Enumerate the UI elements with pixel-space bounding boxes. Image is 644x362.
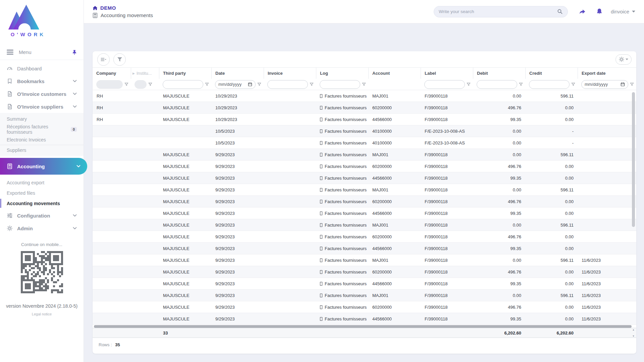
- table-row[interactable]: MAJUSCULE9/29/2023Factures fournisseurs4…: [93, 313, 636, 325]
- horizontal-scrollbar-thumb[interactable]: [94, 325, 632, 328]
- funnel-icon[interactable]: [205, 82, 209, 86]
- columns-button[interactable]: [97, 53, 110, 66]
- table-row[interactable]: MAJUSCULE9/29/2023Factures fournisseurs6…: [93, 196, 636, 207]
- sidebar-item-o-invoice-suppliers[interactable]: O'Invoice suppliers: [0, 100, 84, 113]
- table-row[interactable]: MAJUSCULE9/29/2023Factures fournisseurs4…: [93, 172, 636, 184]
- cell-debit: 0.00: [473, 129, 525, 134]
- table-row[interactable]: 10/5/2023Factures fournisseurs40100000F/…: [93, 137, 636, 149]
- table-row[interactable]: MAJUSCULE9/29/2023Factures fournisseursM…: [93, 290, 636, 301]
- table-row[interactable]: MAJUSCULE9/29/2023Factures fournisseurs4…: [93, 243, 636, 254]
- column-header-third-party[interactable]: Third party: [159, 68, 211, 79]
- table-row[interactable]: MAJUSCULE9/29/2023Factures fournisseurs4…: [93, 278, 636, 290]
- calendar-icon[interactable]: [621, 82, 625, 86]
- sidebar-subitem-accounting-export[interactable]: Accounting export: [0, 177, 84, 188]
- funnel-icon[interactable]: [124, 82, 128, 86]
- search-bar[interactable]: [434, 6, 568, 17]
- table-row[interactable]: RHMAJUSCULE10/29/2023Factures fournisseu…: [93, 90, 636, 102]
- column-header-date[interactable]: Date: [211, 68, 264, 79]
- column-header-export-date[interactable]: Export date: [578, 68, 636, 79]
- column-header-company[interactable]: Company: [93, 68, 131, 79]
- sidebar-item-configuration[interactable]: Configuration: [0, 209, 84, 222]
- legal-notice-link[interactable]: Legal notice: [0, 312, 84, 316]
- table-row[interactable]: 10/5/2023Factures fournisseurs40100000F/…: [93, 125, 636, 137]
- user-menu[interactable]: dinvoice: [611, 9, 635, 14]
- company-filter-input[interactable]: [96, 80, 123, 89]
- table-row[interactable]: MAJUSCULE9/29/2023Factures fournisseurs6…: [93, 161, 636, 172]
- date-filter-input[interactable]: mm/dd/yyyy: [215, 80, 256, 89]
- vertical-scrollbar[interactable]: [632, 90, 635, 325]
- column-header-credit[interactable]: Credit: [525, 68, 578, 79]
- topbar-actions: dinvoice: [434, 6, 635, 17]
- search-icon[interactable]: [557, 9, 563, 14]
- sidebar-subitem-accounting-movements[interactable]: Accounting movements: [0, 198, 84, 208]
- scroll-up-icon[interactable]: ▲: [632, 328, 635, 331]
- funnel-icon[interactable]: [148, 82, 152, 86]
- credit-filter-input[interactable]: [529, 80, 570, 89]
- table-row[interactable]: RHMAJUSCULE10/29/2023Factures fournisseu…: [93, 102, 636, 114]
- missing-glyph-icon: [320, 106, 322, 110]
- cell-account: MAJ001: [368, 152, 421, 157]
- scroll-down-icon[interactable]: ▼: [632, 335, 635, 337]
- sidebar-item-bookmarks[interactable]: Bookmarks: [0, 75, 84, 87]
- sidebar-subitem-r-ceptions-factures-fournisseurs[interactable]: Réceptions factures fournisseurs0: [0, 124, 84, 134]
- sidebar-item-o-invoice-customers[interactable]: O'Invoice customers: [0, 87, 84, 100]
- debit-filter-input[interactable]: [477, 80, 517, 89]
- institution-filter-input[interactable]: [135, 80, 147, 89]
- table-row[interactable]: RHMAJUSCULE10/29/2023Factures fournisseu…: [93, 114, 636, 125]
- cell-label: F/39000118: [421, 94, 473, 99]
- sidebar-item-dashboard[interactable]: Dashboard: [0, 62, 84, 75]
- expand-triangle-icon[interactable]: ▶: [132, 72, 135, 75]
- table-row[interactable]: MAJUSCULE9/29/2023Factures fournisseursM…: [93, 219, 636, 231]
- pin-icon[interactable]: [72, 50, 77, 55]
- table-row[interactable]: MAJUSCULE9/29/2023Factures fournisseurs4…: [93, 207, 636, 219]
- column-header-log[interactable]: Log: [316, 68, 368, 79]
- cell-log: Factures fournisseurs: [316, 223, 368, 228]
- funnel-icon[interactable]: [257, 82, 261, 86]
- funnel-icon[interactable]: [519, 82, 523, 86]
- column-header-debit[interactable]: Debit: [473, 68, 525, 79]
- label-filter-input[interactable]: [424, 80, 465, 89]
- third-party-filter-input[interactable]: [163, 80, 203, 89]
- cell-third-party: MAJUSCULE: [159, 187, 211, 192]
- funnel-icon[interactable]: [310, 82, 314, 86]
- sidebar-subitem-summary[interactable]: Summary: [0, 114, 84, 124]
- table-row[interactable]: MAJUSCULE9/29/2023Factures fournisseurs6…: [93, 301, 636, 313]
- sidebar-item-admin[interactable]: Admin: [0, 222, 84, 235]
- cell-log: Factures fournisseurs: [316, 176, 368, 181]
- table-row[interactable]: MAJUSCULE9/29/2023Factures fournisseursM…: [93, 254, 636, 266]
- filter-button[interactable]: [113, 53, 126, 66]
- company-name[interactable]: DEMO: [100, 5, 116, 11]
- vertical-scrollbar-thumb[interactable]: [632, 92, 635, 227]
- cell-account: 44566000: [368, 117, 421, 122]
- hamburger-icon[interactable]: [7, 49, 13, 56]
- log-filter-input[interactable]: [320, 80, 360, 89]
- column-header-label[interactable]: Label: [421, 68, 473, 79]
- invoice-filter-input[interactable]: [267, 80, 308, 89]
- table-settings-button[interactable]: [615, 54, 632, 65]
- share-icon[interactable]: [579, 8, 586, 15]
- funnel-icon[interactable]: [362, 82, 366, 86]
- table-row[interactable]: MAJUSCULE9/29/2023Factures fournisseursM…: [93, 184, 636, 196]
- sidebar-item-accounting[interactable]: Accounting: [0, 158, 87, 175]
- search-input[interactable]: [439, 9, 557, 14]
- funnel-icon[interactable]: [571, 82, 575, 86]
- funnel-icon[interactable]: [467, 82, 471, 86]
- table-row[interactable]: MAJUSCULE9/29/2023Factures fournisseurs6…: [93, 231, 636, 243]
- column-header-institution[interactable]: ▶Institu...: [131, 68, 159, 79]
- cell-third-party: MAJUSCULE: [159, 269, 211, 275]
- funnel-icon[interactable]: [630, 82, 634, 86]
- sidebar-subitem-exported-files[interactable]: Exported files: [0, 188, 84, 198]
- column-header-invoice[interactable]: Invoice: [264, 68, 316, 79]
- calendar-icon[interactable]: [248, 82, 252, 86]
- cell-account: 44566000: [368, 246, 421, 251]
- export-date-filter-input[interactable]: mm/dd/yyyy: [581, 80, 628, 89]
- table-row[interactable]: MAJUSCULE9/29/2023Factures fournisseursM…: [93, 149, 636, 161]
- notifications-bell-icon[interactable]: [596, 8, 603, 15]
- horizontal-scrollbar[interactable]: [93, 325, 636, 328]
- cell-account: 60200000: [368, 199, 421, 204]
- column-header-account[interactable]: Account: [368, 68, 421, 79]
- sidebar-subitem-suppliers[interactable]: Suppliers: [0, 145, 84, 155]
- sidebar-subitem-electronic-invoices[interactable]: Electronic Invoices: [0, 134, 84, 145]
- qr-code: [21, 251, 63, 293]
- table-row[interactable]: MAJUSCULE9/29/2023Factures fournisseurs6…: [93, 266, 636, 278]
